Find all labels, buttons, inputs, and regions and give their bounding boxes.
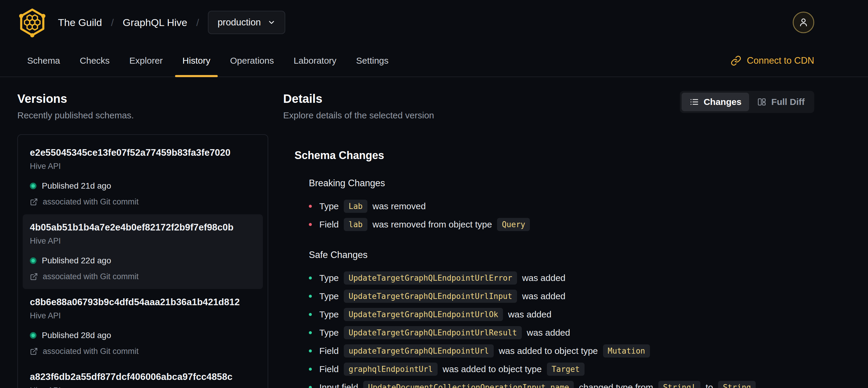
tab-history[interactable]: History [173,45,220,77]
change-text: Type [319,291,339,301]
schema-changes-title: Schema Changes [294,149,814,162]
user-avatar-button[interactable] [793,12,814,33]
safe-change-item: Type UpdateTargetGraphQLEndpointUrlResul… [309,323,814,342]
tab-settings[interactable]: Settings [346,45,398,77]
bullet-dot [309,276,312,279]
change-text: was added [527,328,570,338]
version-list: e2e55045345ce13fe07f52a77459b83fa3fe7020… [17,134,268,388]
versions-title: Versions [17,92,268,106]
git-commit-link[interactable]: associated with Git commit [30,347,256,356]
bullet-dot [309,223,312,226]
tab-operations[interactable]: Operations [220,45,284,77]
breaking-change-item: Field lab was removed from object type Q… [309,215,814,234]
breadcrumb-separator: / [111,17,114,28]
code-chip: UpdateTargetGraphQLEndpointUrlInput [344,290,517,303]
full-diff-view-button[interactable]: Full Diff [749,93,812,111]
version-hash: 4b05ab51b1b4a7e2e4b0ef82172f2b9f7ef98c0b [30,222,256,233]
hive-logo[interactable] [17,7,47,37]
breaking-changes-list: Type Lab was removedField lab was remove… [309,197,814,234]
bullet-dot [309,386,312,388]
change-text: Field [319,364,339,374]
safe-change-item: Field updateTargetGraphQLEndpointUrl was… [309,342,814,360]
version-service-name: Hive API [30,236,256,246]
published-status-dot [30,332,36,339]
change-text: Field [319,219,339,230]
external-link-icon [30,198,38,206]
published-status-label: Published 21d ago [42,181,111,191]
change-text: was added to object type [499,346,598,356]
full-diff-view-label: Full Diff [771,97,805,107]
tab-label: Explorer [129,56,163,66]
connect-to-cdn-button[interactable]: Connect to CDN [731,45,814,77]
tab-label: Laboratory [293,56,336,66]
version-hash: c8b6e88a06793b9c4dfd54aaa21b36a1b421d812 [30,297,256,307]
code-chip: Query [497,218,530,231]
external-link-icon [30,347,38,355]
published-status-label: Published 22d ago [42,256,111,265]
graphql-hive-app: The Guild / GraphQL Hive / production Sc… [0,0,868,388]
bullet-dot [309,350,312,352]
details-view-toggle: Changes Full Diff [680,91,814,113]
code-chip: Mutation [603,345,650,358]
change-text: was removed [372,201,426,211]
bullet-dot [309,313,312,316]
git-commit-link[interactable]: associated with Git commit [30,272,256,281]
change-text: changed type from [579,382,653,388]
change-text: was removed from object type [372,219,492,230]
target-environment-select[interactable]: production [208,11,285,34]
main-content: Versions Recently published schemas. e2e… [0,77,868,388]
safe-changes-list: Type UpdateTargetGraphQLEndpointUrlError… [309,269,814,388]
schema-changes-section: Schema Changes Breaking Changes Type Lab… [294,149,814,388]
version-service-name: Hive API [30,311,256,321]
user-icon [798,17,809,28]
list-icon [689,97,699,107]
nav-tabs: Schema Checks Explorer History Operation… [17,45,399,77]
tab-label: Schema [27,56,60,66]
published-status-label: Published 28d ago [42,331,111,340]
tab-schema[interactable]: Schema [17,45,70,77]
version-published-status: Published 22d ago [30,256,256,265]
version-hash: e2e55045345ce13fe07f52a77459b83fa3fe7020 [30,147,256,158]
git-commit-label: associated with Git commit [43,197,138,207]
code-chip: lab [344,218,367,231]
version-hash: a823f6db2a55df877dcf406006abca97fcc4858c [30,371,256,382]
breadcrumb-org[interactable]: The Guild [58,17,102,28]
version-service-name: Hive API [30,162,256,171]
tab-checks[interactable]: Checks [70,45,120,77]
git-commit-link[interactable]: associated with Git commit [30,197,256,207]
version-published-status: Published 28d ago [30,331,256,340]
version-card[interactable]: 4b05ab51b1b4a7e2e4b0ef82172f2b9f7ef98c0b… [23,214,263,289]
tab-explorer[interactable]: Explorer [120,45,173,77]
breadcrumb: The Guild / GraphQL Hive / production [58,11,285,34]
details-subtitle: Explore details of the selected version [283,110,434,120]
details-title: Details [283,92,434,106]
target-environment-value: production [217,17,261,28]
change-text: Field [319,346,339,356]
git-commit-label: associated with Git commit [43,347,138,356]
change-text: Type [319,328,339,338]
safe-changes-title: Safe Changes [309,249,814,260]
breaking-change-item: Type Lab was removed [309,197,814,215]
change-text: Type [319,309,339,320]
main-navigation: Schema Checks Explorer History Operation… [0,45,868,77]
published-status-dot [30,183,36,189]
change-text: was added [522,291,565,301]
tab-label: Checks [80,56,110,66]
version-card[interactable]: a823f6db2a55df877dcf406006abca97fcc4858c… [23,364,263,388]
app-header: The Guild / GraphQL Hive / production [0,0,868,45]
safe-changes-section: Safe Changes Type UpdateTargetGraphQLEnd… [309,249,814,388]
changes-view-button[interactable]: Changes [682,93,749,111]
tab-laboratory[interactable]: Laboratory [284,45,346,77]
breadcrumb-project[interactable]: GraphQL Hive [123,17,187,28]
version-published-status: Published 21d ago [30,181,256,191]
bullet-dot [309,331,312,334]
version-card[interactable]: e2e55045345ce13fe07f52a77459b83fa3fe7020… [23,140,263,214]
change-text: Type [319,273,339,283]
version-card[interactable]: c8b6e88a06793b9c4dfd54aaa21b36a1b421d812… [23,289,263,364]
breaking-changes-section: Breaking Changes Type Lab was removedFie… [309,178,814,234]
code-chip: UpdateTargetGraphQLEndpointUrlResult [344,326,522,339]
code-chip: Lab [344,200,367,213]
breaking-changes-title: Breaking Changes [309,178,814,189]
code-chip: String [718,381,756,388]
code-chip: UpdateDocumentCollectionOperationInput.n… [363,381,574,388]
